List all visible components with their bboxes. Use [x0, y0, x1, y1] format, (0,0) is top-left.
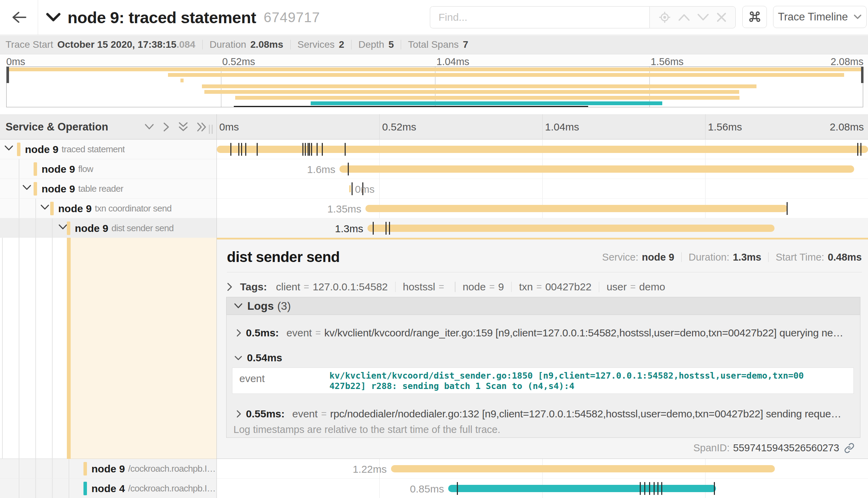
collapse-all-icon[interactable]	[178, 121, 189, 133]
span-bar-cell[interactable]: 1.35ms	[217, 199, 868, 218]
timeline-tick-label: 2.08ms	[830, 114, 864, 139]
span-operation-name: /cockroach.roachpb.I…	[128, 483, 216, 494]
log-entry-2[interactable]: 0.54ms	[227, 351, 860, 365]
span-name-cell[interactable]: node 9dist sender send	[0, 218, 216, 238]
span-bar-cell[interactable]: 1.22ms	[217, 459, 868, 479]
span-bar-cell[interactable]: 0.85ms	[217, 479, 868, 498]
span-log-tick	[302, 143, 303, 156]
span-row-node-9-table-reader[interactable]: node 9table reader0ms	[0, 179, 868, 199]
span-log-tick	[308, 143, 309, 156]
span-row-node-4--cockroach-roachpb-I-[interactable]: node 4/cockroach.roachpb.I…0.85ms	[0, 479, 868, 498]
column-resize-grip[interactable]	[209, 125, 213, 134]
tag-divider	[599, 282, 600, 292]
equals-sign: =	[536, 282, 542, 292]
log-entry-3[interactable]: 0.55ms: event = rpc/nodedialer/nodediale…	[227, 407, 860, 421]
logs-header[interactable]: Logs (3)	[227, 297, 860, 315]
tag-value: demo	[639, 281, 665, 293]
span-row-node-9-flow[interactable]: node 9flow1.6ms	[0, 159, 868, 179]
span-duration-bar[interactable]	[349, 185, 351, 192]
span-service-name: node 9	[58, 203, 92, 215]
equals-sign: =	[489, 282, 495, 292]
indent-guide	[35, 238, 36, 459]
tag-txn: txn=00427b22	[519, 281, 591, 293]
span-log-tick	[309, 143, 310, 156]
tag-divider	[511, 282, 512, 292]
span-id-label: SpanID:	[693, 442, 730, 454]
find-input[interactable]	[430, 6, 649, 28]
collapse-one-icon[interactable]	[144, 123, 155, 131]
back-button[interactable]	[0, 0, 38, 35]
trace-view-selector[interactable]: Trace Timeline	[773, 6, 867, 28]
span-log-tick	[257, 143, 258, 156]
span-duration-bar[interactable]	[367, 225, 774, 232]
span-name-cell[interactable]: node 9flow	[0, 159, 216, 179]
minimap-tick-label: 0.52ms	[222, 56, 255, 67]
tag-value: 127.0.0.1:54582	[313, 281, 388, 293]
clear-search-icon[interactable]	[716, 12, 727, 22]
logs-footnote: Log timestamps are relative to the start…	[233, 424, 500, 435]
equals-sign: =	[439, 282, 444, 292]
span-name-cell[interactable]: node 4/cockroach.roachpb.I…	[0, 479, 216, 498]
span-bar-cell[interactable]	[217, 139, 868, 159]
indent-guide	[52, 459, 53, 479]
prev-result-icon[interactable]	[678, 13, 690, 21]
meta-divider	[681, 252, 682, 262]
service-label: Service:	[602, 252, 638, 263]
span-service-name: node 9	[91, 463, 125, 475]
span-duration-bar[interactable]	[391, 465, 775, 472]
minimap-left-handle[interactable]	[7, 67, 9, 83]
span-bar-cell[interactable]: 0ms	[217, 179, 868, 199]
expand-one-icon[interactable]	[162, 121, 170, 133]
span-service-name: node 9	[75, 223, 108, 234]
start-time-label: Start Time:	[776, 252, 824, 263]
span-duration-bar[interactable]	[365, 205, 787, 212]
tag-value: 9	[498, 281, 504, 293]
span-name-cell[interactable]: node 9table reader	[0, 179, 216, 199]
span-bar-cell[interactable]: 1.3ms	[217, 218, 868, 238]
span-log-tick	[238, 143, 239, 156]
link-icon[interactable]	[844, 443, 854, 453]
equals-sign: =	[315, 328, 321, 338]
span-duration-bar[interactable]	[339, 165, 854, 173]
span-bar-cell[interactable]: 1.6ms	[217, 159, 868, 179]
log-entry-1[interactable]: 0.5ms: event = kv/kvclient/kvcoord/range…	[227, 326, 860, 340]
span-duration-label: 1.3ms	[335, 223, 363, 235]
minimap-span-bar	[235, 96, 739, 100]
span-log-tick	[305, 143, 306, 156]
keyboard-shortcuts-button[interactable]	[742, 6, 767, 28]
span-name-cell[interactable]: node 9/cockroach.roachpb.I…	[0, 459, 216, 479]
minimap-right-handle[interactable]	[861, 67, 863, 83]
span-name-cell[interactable]: node 9traced statement	[0, 139, 216, 159]
collapse-trace-chevron-icon[interactable]	[46, 12, 61, 22]
span-id-value: 5597415943526560273	[733, 442, 839, 454]
span-row-node-9-traced-statement[interactable]: node 9traced statement	[0, 139, 868, 159]
expand-all-icon[interactable]	[196, 121, 207, 133]
span-duration-label: 1.22ms	[353, 463, 387, 475]
log-2-fields-table: event kv/kvclient/kvcoord/dist_sender.go…	[232, 368, 854, 394]
span-row-node-9--cockroach-roachpb-I-[interactable]: node 9/cockroach.roachpb.I…1.22ms	[0, 459, 868, 479]
span-expand-chevron-icon[interactable]	[4, 145, 14, 153]
logs-title: Logs	[247, 300, 274, 313]
next-result-icon[interactable]	[697, 13, 709, 21]
duration-value: 2.08ms	[250, 39, 283, 50]
span-row-node-9-dist-sender-send[interactable]: node 9dist sender send1.3ms	[0, 218, 868, 238]
tags-accordion[interactable]: Tags: client=127.0.0.1:54582hostssl=node…	[227, 279, 862, 295]
indent-guide	[19, 238, 19, 459]
tag-key: txn	[519, 281, 533, 293]
span-name-cell[interactable]: node 9txn coordinator send	[0, 199, 216, 218]
trace-minimap: 0ms0.52ms1.04ms1.56ms2.08ms	[0, 54, 868, 107]
span-detail-panel: dist sender send Service: node 9 Duratio…	[217, 238, 868, 459]
services-label: Services	[298, 39, 335, 50]
span-duration-bar[interactable]	[448, 485, 716, 492]
span-expand-chevron-icon[interactable]	[58, 224, 68, 232]
span-duration-bar[interactable]	[217, 146, 868, 153]
span-expand-chevron-icon[interactable]	[22, 184, 32, 192]
span-log-tick	[389, 222, 390, 235]
minimap-canvas[interactable]	[6, 66, 863, 107]
name-column-divider[interactable]	[216, 114, 217, 498]
locate-icon[interactable]	[658, 11, 671, 24]
timeline-tick-label: 0ms	[219, 114, 239, 139]
span-row-node-9-txn-coordinator-send[interactable]: node 9txn coordinator send1.35ms	[0, 199, 868, 218]
indent-guide	[35, 218, 36, 238]
span-expand-chevron-icon[interactable]	[40, 204, 50, 212]
